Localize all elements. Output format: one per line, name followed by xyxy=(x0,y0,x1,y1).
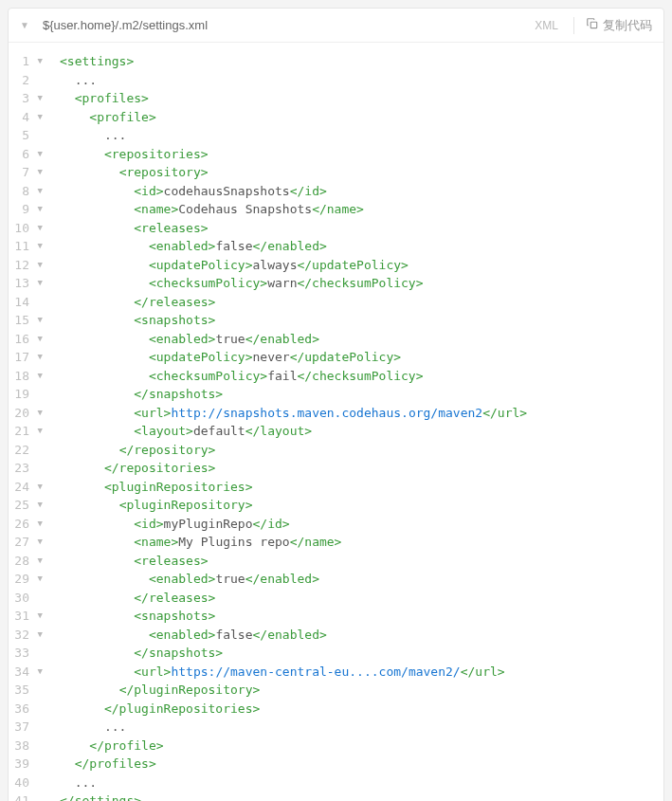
code-token: </repositories> xyxy=(104,461,215,475)
fold-icon[interactable]: ▼ xyxy=(33,367,43,386)
code-line: <url>http://snapshots.maven.codehaus.org… xyxy=(60,404,663,423)
code-line: <releases> xyxy=(60,552,663,571)
fold-icon[interactable]: ▼ xyxy=(33,219,43,238)
fold-icon[interactable]: ▼ xyxy=(33,348,43,367)
fold-icon[interactable]: ▼ xyxy=(33,108,43,127)
fold-icon[interactable]: ▼ xyxy=(33,52,43,71)
code-line: <enabled>false</enabled> xyxy=(60,626,663,645)
line-gutter: 1▼23▼4▼56▼7▼8▼9▼10▼11▼12▼13▼1415▼16▼17▼1… xyxy=(9,52,52,801)
gutter-line: 19 xyxy=(9,385,52,404)
code-token: </checksumPolicy> xyxy=(297,276,423,290)
line-number: 18 xyxy=(9,367,29,386)
fold-icon[interactable]: ▼ xyxy=(33,182,43,201)
fold-icon[interactable]: ▼ xyxy=(33,663,43,682)
code-token: </pluginRepository> xyxy=(119,683,261,697)
code-line: <profiles> xyxy=(60,89,663,108)
copy-code-button[interactable]: 复制代码 xyxy=(586,17,652,34)
code-line: </snapshots> xyxy=(60,644,663,663)
code-line: <updatePolicy>always</updatePolicy> xyxy=(60,256,663,275)
code-token: <pluginRepositories> xyxy=(104,480,253,494)
code-token: <name> xyxy=(134,535,178,549)
gutter-line: 20▼ xyxy=(9,404,52,423)
fold-icon[interactable]: ▼ xyxy=(33,237,43,256)
line-number: 17 xyxy=(9,348,29,367)
code-line: <name>My Plugins repo</name> xyxy=(60,533,663,552)
fold-icon[interactable]: ▼ xyxy=(33,200,43,219)
line-number: 10 xyxy=(9,219,29,238)
fold-icon[interactable]: ▼ xyxy=(33,478,43,497)
code-token: <url> xyxy=(134,664,171,679)
fold-icon[interactable]: ▼ xyxy=(33,274,43,293)
code-token: </enabled> xyxy=(253,628,327,642)
fold-icon[interactable]: ▼ xyxy=(33,311,43,330)
fold-icon[interactable]: ▼ xyxy=(33,163,43,182)
line-number: 32 xyxy=(9,626,29,645)
gutter-line: 2 xyxy=(9,71,52,90)
fold-icon[interactable]: ▼ xyxy=(33,145,43,164)
code-line: <enabled>true</enabled> xyxy=(60,570,663,589)
gutter-line: 30 xyxy=(9,589,52,608)
code-token: fail xyxy=(267,369,297,383)
gutter-line: 40 xyxy=(9,774,52,792)
fold-icon[interactable]: ▼ xyxy=(33,607,43,626)
code-token: <checksumPolicy> xyxy=(149,276,267,290)
code-token: <profile> xyxy=(89,110,155,124)
code-token: <snapshots> xyxy=(134,609,215,623)
code-content[interactable]: <settings> ... <profiles> <profile> ... … xyxy=(52,52,663,801)
fold-icon[interactable]: ▼ xyxy=(33,515,43,534)
code-line: </repository> xyxy=(60,441,663,460)
line-number: 30 xyxy=(9,589,29,608)
line-number: 8 xyxy=(9,182,29,201)
fold-icon[interactable]: ▼ xyxy=(33,404,43,423)
code-token: </releases> xyxy=(134,591,215,605)
code-token: </settings> xyxy=(60,793,141,801)
code-token: <repository> xyxy=(119,165,209,179)
code-token: </repository> xyxy=(119,443,216,457)
fold-icon[interactable]: ▼ xyxy=(33,533,43,552)
gutter-line: 6▼ xyxy=(9,145,52,164)
code-token: </layout> xyxy=(245,424,312,438)
code-token: </enabled> xyxy=(253,239,327,253)
copy-icon xyxy=(586,17,599,33)
gutter-line: 33 xyxy=(9,644,52,663)
fold-icon[interactable]: ▼ xyxy=(33,626,43,645)
code-line: </pluginRepository> xyxy=(60,681,663,700)
code-token: <repositories> xyxy=(104,147,209,161)
code-line: <name>Codehaus Snapshots</name> xyxy=(60,200,663,219)
line-number: 29 xyxy=(9,570,29,589)
dropdown-icon[interactable]: ▼ xyxy=(20,20,29,30)
code-token: false xyxy=(215,239,252,253)
gutter-line: 14 xyxy=(9,293,52,312)
code-token: </updatePolicy> xyxy=(297,258,408,272)
code-token: </url> xyxy=(461,664,505,679)
code-line: <checksumPolicy>warn</checksumPolicy> xyxy=(60,274,663,293)
fold-icon[interactable]: ▼ xyxy=(33,422,43,441)
gutter-line: 5 xyxy=(9,126,52,145)
code-token: ... xyxy=(75,73,97,87)
fold-icon[interactable]: ▼ xyxy=(33,89,43,108)
code-line: </profile> xyxy=(60,737,663,755)
code-token: <enabled> xyxy=(149,239,215,253)
code-token: ... xyxy=(75,775,97,790)
line-number: 31 xyxy=(9,607,29,626)
fold-icon[interactable]: ▼ xyxy=(33,570,43,589)
code-token: </releases> xyxy=(134,295,215,309)
code-area: 1▼23▼4▼56▼7▼8▼9▼10▼11▼12▼13▼1415▼16▼17▼1… xyxy=(9,43,663,801)
gutter-line: 3▼ xyxy=(9,89,52,108)
fold-icon[interactable]: ▼ xyxy=(33,552,43,571)
gutter-line: 37 xyxy=(9,718,52,737)
fold-icon[interactable]: ▼ xyxy=(33,496,43,515)
gutter-line: 28▼ xyxy=(9,552,52,571)
line-number: 39 xyxy=(9,755,29,774)
fold-icon[interactable]: ▼ xyxy=(33,256,43,275)
line-number: 37 xyxy=(9,718,29,737)
gutter-line: 29▼ xyxy=(9,570,52,589)
code-line: <repositories> xyxy=(60,145,663,164)
line-number: 15 xyxy=(9,311,29,330)
line-number: 36 xyxy=(9,700,29,719)
line-number: 2 xyxy=(9,71,29,90)
code-token: <pluginRepository> xyxy=(119,498,253,512)
fold-icon[interactable]: ▼ xyxy=(33,330,43,349)
code-line: <id>myPluginRepo</id> xyxy=(60,515,663,534)
gutter-line: 12▼ xyxy=(9,256,52,275)
